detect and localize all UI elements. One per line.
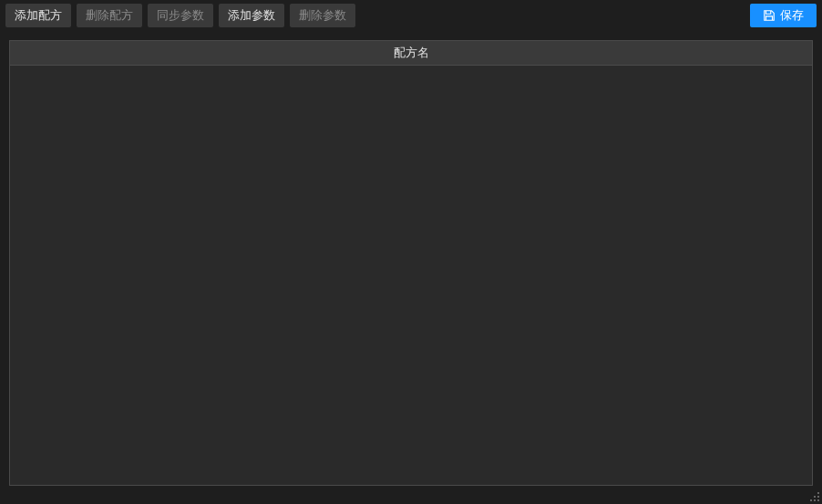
svg-point-2 bbox=[814, 496, 816, 498]
resize-grip-icon[interactable] bbox=[809, 491, 820, 502]
table-body[interactable] bbox=[9, 65, 813, 486]
table-header: 配方名 bbox=[9, 40, 813, 65]
toolbar: 添加配方 删除配方 同步参数 添加参数 删除参数 保存 bbox=[0, 0, 822, 31]
add-param-button[interactable]: 添加参数 bbox=[219, 4, 284, 27]
svg-point-3 bbox=[817, 499, 819, 501]
svg-point-4 bbox=[814, 499, 816, 501]
delete-param-button[interactable]: 删除参数 bbox=[290, 4, 355, 27]
svg-point-5 bbox=[810, 499, 812, 501]
content-area: 配方名 bbox=[9, 40, 813, 486]
delete-recipe-button[interactable]: 删除配方 bbox=[77, 4, 142, 27]
svg-point-0 bbox=[817, 492, 819, 494]
save-button-label: 保存 bbox=[780, 8, 804, 23]
save-icon bbox=[763, 9, 776, 22]
svg-point-1 bbox=[817, 496, 819, 498]
save-button[interactable]: 保存 bbox=[750, 4, 817, 27]
sync-params-button[interactable]: 同步参数 bbox=[148, 4, 213, 27]
add-recipe-button[interactable]: 添加配方 bbox=[5, 4, 71, 27]
